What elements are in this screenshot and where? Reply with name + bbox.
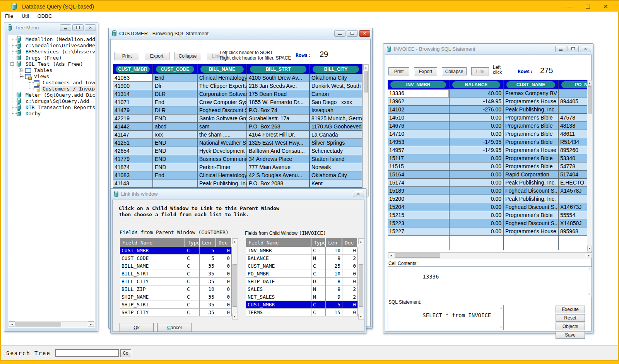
table-row[interactable]: TERMSC150 — [246, 309, 358, 316]
table-cell[interactable]: 0.00 — [450, 179, 504, 187]
table-cell[interactable]: CUST_NMBR — [120, 247, 185, 255]
table-cell[interactable]: E.HECTO — [559, 179, 588, 187]
table-cell[interactable]: xxx — [153, 131, 198, 139]
table-cell[interactable]: 15174 — [388, 179, 450, 187]
table-cell[interactable]: 0.00 — [450, 219, 504, 227]
table-cell[interactable]: END — [153, 139, 198, 147]
table-cell[interactable]: C — [311, 270, 326, 278]
minimize-icon[interactable]: — — [567, 3, 573, 9]
scroll-right-icon[interactable]: ▸ — [586, 253, 592, 258]
export-button[interactable]: Export — [414, 67, 437, 75]
export-button[interactable]: Export — [144, 52, 169, 60]
table-cell[interactable]: Kent — [310, 179, 363, 188]
table-cell[interactable]: 0.00 — [450, 211, 504, 219]
table-cell[interactable]: 41779 — [113, 155, 153, 163]
column-header-dec[interactable]: Dec — [216, 238, 232, 247]
table-cell[interactable]: Oklahoma City — [310, 171, 363, 179]
table-row[interactable]: 152270.00Programmer's House895968 — [388, 227, 588, 236]
table-cell[interactable]: 15117 — [388, 154, 450, 162]
table-cell[interactable]: C — [311, 262, 326, 270]
table-cell[interactable]: 41147 — [113, 131, 153, 139]
table-cell[interactable]: P.O. Box 263 — [247, 123, 310, 131]
table-row[interactable]: 151640.00Rapid Corporation517404 — [388, 171, 588, 179]
menu-item-file[interactable]: File — [1, 12, 17, 20]
table-cell[interactable] — [559, 195, 588, 203]
table-row[interactable]: PO_NMBRC100 — [246, 270, 358, 278]
table-row[interactable]: 152040.00Foghead Discount S...X14673J — [388, 203, 588, 211]
table-cell[interactable]: 48138 — [559, 122, 588, 130]
table-cell[interactable]: 0.00 — [450, 122, 504, 130]
table-cell[interactable]: DLR — [153, 106, 198, 114]
table-cell[interactable]: 0 — [342, 247, 358, 255]
table-cell[interactable]: National Weather Se... — [198, 139, 247, 147]
table-cell[interactable]: 0 — [216, 278, 232, 285]
table-cell[interactable]: INV_NMBR — [246, 247, 311, 255]
scrollbar-thumb[interactable] — [359, 264, 363, 307]
table-cell[interactable] — [153, 179, 198, 188]
table-cell[interactable]: C — [185, 247, 200, 255]
table-row[interactable]: SHIP_DATED80 — [246, 278, 358, 285]
table-cell[interactable]: Balltown And Consau... — [247, 147, 310, 155]
scrollbar-thumb[interactable] — [364, 71, 368, 92]
table-cell[interactable]: 15189 — [388, 187, 450, 195]
scroll-down-icon[interactable]: ▾ — [587, 246, 592, 251]
column-header-cust-name[interactable]: CUST_NAME — [504, 80, 559, 89]
table-cell[interactable]: Programmer's Bible — [504, 114, 559, 122]
column-header-balance[interactable]: BALANCE — [450, 80, 504, 89]
table-cell[interactable]: Corporation Software... — [198, 90, 247, 98]
table-cell[interactable]: 0 — [216, 247, 232, 255]
table-cell[interactable]: CUST_CODE — [120, 255, 185, 262]
table-cell[interactable]: 15227 — [388, 227, 450, 236]
minimize-button[interactable] — [60, 24, 71, 31]
table-cell[interactable]: 5 — [326, 301, 342, 309]
column-header-len[interactable]: Len — [326, 238, 342, 247]
table-cell[interactable]: 54778 — [559, 162, 588, 171]
table-row[interactable]: 41900DlrThe Clipper Experts218 Jan Seeds… — [113, 82, 363, 90]
table-row[interactable]: 147100.00Programmer's Bible48611 — [388, 130, 588, 138]
table-row[interactable]: 41442abcdsamP.O. Box 2631170 AG Goohoeve… — [113, 123, 363, 131]
table-cell[interactable]: 41314 — [113, 90, 153, 98]
scroll-left-icon[interactable]: ◂ — [9, 321, 15, 327]
table-cell[interactable]: Sanko Software Gmbh — [198, 114, 247, 123]
close-button[interactable]: ✕ — [359, 30, 370, 37]
table-cell[interactable]: 41900 — [113, 82, 153, 90]
table-cell[interactable]: Peak Publishing, Inc. — [504, 195, 559, 203]
link-dialog-titlebar[interactable]: Link this window ✕ — [111, 189, 366, 199]
table-row[interactable]: 14953-149.95Programmer's BibleR51434 — [388, 138, 588, 146]
table-cell[interactable]: Programmer's Bible — [504, 162, 559, 171]
maximize-button[interactable] — [568, 46, 579, 52]
table-cell[interactable]: End — [153, 171, 198, 179]
table-row[interactable]: 152230.00Foghead Discount S...X14850J — [388, 219, 588, 227]
table-cell[interactable]: 55554 — [559, 211, 588, 219]
table-cell[interactable]: SHIP_STRT — [120, 301, 185, 309]
table-cell[interactable]: -149.95 — [450, 138, 504, 146]
table-cell[interactable]: -149.95 — [450, 97, 504, 106]
table-cell[interactable]: 0 — [216, 270, 232, 278]
execute-button[interactable]: Execute — [556, 306, 585, 313]
column-header-bill-city[interactable]: BILL_CITY — [310, 64, 363, 74]
parent-table-scrollbar[interactable]: ▴ ▾ — [232, 238, 238, 320]
table-cell[interactable]: C — [185, 270, 200, 278]
table-cell[interactable]: SALES — [246, 285, 311, 293]
table-row[interactable]: BALANCEN92 — [246, 255, 358, 262]
close-button[interactable]: ✕ — [580, 46, 591, 52]
table-cell[interactable]: Rapid Corporation — [504, 171, 559, 179]
column-header-dec[interactable]: Dec — [342, 238, 358, 247]
table-row[interactable]: SHIP_NAMEC350 — [120, 293, 232, 301]
scroll-down-icon[interactable]: ▾ — [232, 314, 237, 319]
table-cell[interactable]: 8 — [326, 278, 342, 285]
table-cell[interactable]: P.O. Box 2088 — [247, 179, 310, 188]
child-table-scrollbar[interactable]: ▴ ▾ — [358, 238, 364, 320]
table-cell[interactable]: X14578J — [559, 187, 588, 195]
save-button[interactable]: Save — [556, 331, 585, 339]
table-cell[interactable]: 0.00 — [450, 203, 504, 211]
table-cell[interactable]: 15223 — [388, 219, 450, 227]
table-cell[interactable]: 15204 — [388, 203, 450, 211]
table-cell[interactable]: 10 — [200, 285, 216, 293]
table-cell[interactable]: 15200 — [388, 195, 450, 203]
collapse-button[interactable]: Collapse — [442, 67, 467, 75]
table-cell[interactable]: BILL_CITY — [120, 278, 185, 285]
ok-button[interactable]: Ok — [120, 323, 154, 332]
table-row[interactable]: NET_SALESN92 — [246, 293, 358, 301]
table-cell[interactable]: 81925 Munich, Germ — [310, 114, 363, 123]
